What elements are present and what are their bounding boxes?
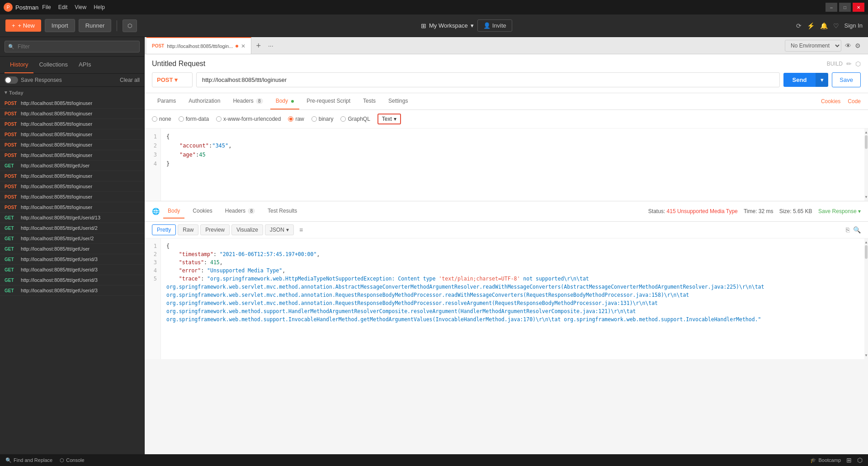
list-item[interactable]: GET http://localhost:8085/ttt/getUser	[0, 244, 144, 254]
list-item[interactable]: POST http://localhost:8085/ttt/loginuser	[0, 98, 144, 109]
save-responses-switch[interactable]	[5, 76, 18, 84]
bootcamp-button[interactable]: 🎓 Bootcamp	[810, 457, 841, 463]
response-scrollbar[interactable]: ▲ ▼	[864, 238, 868, 359]
save-responses-toggle[interactable]: Save Responses	[5, 76, 62, 84]
edit-icon[interactable]: ✏	[846, 60, 852, 67]
url-input[interactable]	[196, 72, 780, 87]
invite-button[interactable]: 👤 Invite	[477, 19, 512, 32]
satellite-icon[interactable]: ⚡	[807, 22, 815, 29]
format-type-selector[interactable]: JSON ▾	[265, 224, 294, 235]
list-item[interactable]: GET http://localhost:8085/ttt/getUserid/…	[0, 213, 144, 223]
body-none-option[interactable]: none	[152, 116, 171, 122]
editor-scrollbar[interactable]: ▲ ▼	[864, 128, 868, 201]
save-button[interactable]: Save	[832, 72, 861, 87]
text-dropdown[interactable]: Text ▾	[377, 114, 401, 124]
maximize-button[interactable]: □	[839, 3, 851, 12]
resp-scroll-thumb[interactable]	[865, 245, 868, 259]
environment-selector[interactable]: No Environment	[785, 40, 841, 52]
resp-tab-cookies[interactable]: Cookies	[188, 204, 217, 219]
sync-icon[interactable]: ⟳	[796, 22, 802, 29]
raw-radio[interactable]	[288, 116, 293, 122]
method-selector[interactable]: POST ▾	[152, 72, 193, 87]
request-tab-active[interactable]: POST http://localhost:8085/ttt/login... …	[146, 37, 251, 54]
wrap-icon[interactable]: ≡	[299, 226, 303, 233]
list-item[interactable]: POST http://localhost:8085/ttt/loginuser	[0, 192, 144, 202]
resp-scroll-up-arrow[interactable]: ▲	[863, 239, 868, 245]
clear-all-button[interactable]: Clear all	[120, 77, 140, 83]
resp-tab-body[interactable]: Body	[163, 204, 184, 219]
fmt-preview-button[interactable]: Preview	[200, 224, 230, 235]
new-button[interactable]: + + New	[5, 19, 41, 32]
tab-headers[interactable]: Headers 8	[227, 93, 268, 109]
code-link[interactable]: Code	[848, 98, 861, 105]
body-form-data-option[interactable]: form-data	[179, 116, 209, 122]
body-raw-option[interactable]: raw	[288, 116, 304, 122]
resp-scroll-down-arrow[interactable]: ▼	[863, 352, 868, 358]
save-response-button[interactable]: Save Response ▾	[818, 208, 861, 214]
list-item[interactable]: GET http://localhost:8085/ttt/getUser/2	[0, 233, 144, 244]
menu-edit[interactable]: Edit	[58, 4, 68, 10]
settings-icon[interactable]: ⚙	[855, 42, 861, 49]
list-item[interactable]: GET http://localhost:8085/ttt/getUserid/…	[0, 254, 144, 265]
scroll-up-arrow[interactable]: ▲	[863, 129, 868, 135]
scroll-down-arrow[interactable]: ▼	[863, 194, 868, 200]
list-item[interactable]: POST http://localhost:8085/ttt/loginuser	[0, 119, 144, 129]
search-input[interactable]	[5, 41, 140, 52]
graphql-radio[interactable]	[340, 116, 346, 122]
body-binary-option[interactable]: binary	[311, 116, 334, 122]
capture-button[interactable]: ⬡	[123, 19, 137, 32]
sidebar-tab-collections[interactable]: Collections	[33, 57, 73, 73]
list-item[interactable]: POST http://localhost:8085/ttt/loginuser	[0, 140, 144, 150]
none-radio[interactable]	[152, 116, 157, 122]
new-tab-button[interactable]: +	[251, 42, 265, 50]
binary-radio[interactable]	[311, 116, 317, 122]
list-item[interactable]: POST http://localhost:8085/ttt/loginuser	[0, 171, 144, 181]
send-button[interactable]: Send	[783, 73, 816, 87]
resp-tab-headers[interactable]: Headers 8	[221, 204, 259, 219]
form-data-radio[interactable]	[179, 116, 184, 122]
list-item[interactable]: POST http://localhost:8085/ttt/loginuser	[0, 181, 144, 192]
tab-params[interactable]: Params	[152, 93, 181, 109]
resp-tab-test-results[interactable]: Test Results	[263, 204, 302, 219]
tab-close-icon[interactable]: ✕	[241, 43, 245, 49]
search-resp-icon[interactable]: 🔍	[853, 226, 861, 233]
list-item[interactable]: GET http://localhost:8085/ttt/getUserid/…	[0, 285, 144, 296]
sidebar-tab-history[interactable]: History	[5, 57, 33, 73]
workspace-selector[interactable]: ⊞ My Workspace ▾	[421, 22, 474, 29]
minimize-button[interactable]: –	[826, 3, 837, 12]
fmt-pretty-button[interactable]: Pretty	[152, 224, 176, 235]
list-item[interactable]: GET http://localhost:8085/ttt/getUserid/…	[0, 223, 144, 233]
bell-icon[interactable]: 🔔	[820, 22, 828, 29]
globe-icon[interactable]: 🌐	[152, 208, 160, 215]
list-item[interactable]: POST http://localhost:8085/ttt/loginuser	[0, 150, 144, 161]
body-urlencoded-option[interactable]: x-www-form-urlencoded	[216, 116, 281, 122]
send-dropdown-button[interactable]: ▾	[816, 73, 828, 87]
menu-help[interactable]: Help	[94, 4, 105, 10]
tab-tests[interactable]: Tests	[358, 93, 381, 109]
copy-icon[interactable]: ⎘	[846, 226, 849, 233]
import-button[interactable]: Import	[45, 19, 75, 32]
heart-icon[interactable]: ♡	[833, 22, 839, 29]
console-button[interactable]: ⬡ Console	[60, 457, 84, 463]
list-item[interactable]: POST http://localhost:8085/ttt/loginuser	[0, 129, 144, 140]
menu-view[interactable]: View	[75, 4, 86, 10]
runner-button[interactable]: Runner	[79, 19, 112, 32]
fmt-raw-button[interactable]: Raw	[178, 224, 198, 235]
fmt-visualize-button[interactable]: Visualize	[231, 224, 263, 235]
sidebar-tab-apis[interactable]: APIs	[73, 57, 96, 73]
list-item[interactable]: GET http://localhost:8085/ttt/getUser	[0, 161, 144, 171]
find-replace-button[interactable]: 🔍 Find and Replace	[5, 457, 52, 463]
tab-body[interactable]: Body	[270, 93, 300, 109]
request-body-editor[interactable]: { "account":"345", "age":45 }	[161, 128, 864, 201]
sign-in-button[interactable]: Sign In	[844, 22, 863, 29]
tab-authorization[interactable]: Authorization	[183, 93, 226, 109]
tab-pre-request[interactable]: Pre-request Script	[301, 93, 356, 109]
body-graphql-option[interactable]: GraphQL	[340, 116, 370, 122]
tab-more-button[interactable]: ···	[265, 42, 276, 49]
list-item[interactable]: GET http://localhost:8085/ttt/getUserid/…	[0, 275, 144, 285]
grid-icon[interactable]: ⊞	[846, 456, 852, 464]
list-item[interactable]: POST http://localhost:8085/ttt/loginuser	[0, 109, 144, 119]
menu-file[interactable]: File	[42, 4, 51, 10]
scroll-thumb[interactable]	[865, 135, 868, 149]
layout-icon[interactable]: ⬡	[857, 456, 863, 464]
